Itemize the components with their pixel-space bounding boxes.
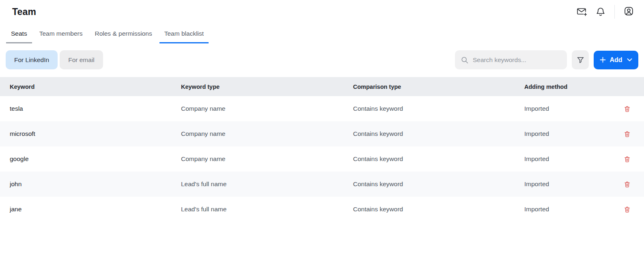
tab-roles-permissions[interactable]: Roles & permissions (90, 26, 157, 43)
cell-keyword: jane (10, 206, 181, 213)
col-keyword: Keyword (10, 84, 181, 90)
trash-icon (624, 206, 631, 213)
cell-comparison-type: Contains keyword (353, 155, 524, 163)
notifications-button[interactable] (596, 6, 605, 17)
cell-adding-method: Imported (524, 206, 615, 213)
cell-keyword: microsoft (10, 130, 181, 138)
topbar: Team (0, 0, 644, 21)
cell-adding-method: Imported (524, 180, 615, 188)
cell-keyword: tesla (10, 105, 181, 112)
account-button[interactable] (624, 6, 634, 17)
add-button[interactable]: Add (594, 51, 638, 69)
trash-icon (624, 156, 631, 163)
table-header: Keyword Keyword type Comparison type Add… (0, 77, 644, 96)
search-icon (461, 56, 469, 64)
col-adding-method: Adding method (524, 84, 615, 90)
table-row: john Lead's full name Contains keyword I… (0, 172, 644, 197)
cell-comparison-type: Contains keyword (353, 105, 524, 112)
tab-team-blacklist[interactable]: Team blacklist (159, 26, 209, 43)
cell-comparison-type: Contains keyword (353, 206, 524, 213)
table-row: tesla Company name Contains keyword Impo… (0, 96, 644, 121)
col-comparison-type: Comparison type (353, 84, 524, 90)
team-tabs: Seats Team members Roles & permissions T… (0, 26, 644, 43)
table-row: microsoft Company name Contains keyword … (0, 121, 644, 146)
cell-adding-method: Imported (524, 105, 615, 112)
blacklist-table: Keyword Keyword type Comparison type Add… (0, 77, 644, 222)
delete-button[interactable] (624, 131, 631, 138)
cell-comparison-type: Contains keyword (353, 130, 524, 138)
search-input[interactable] (473, 56, 561, 64)
table-row: google Company name Contains keyword Imp… (0, 146, 644, 172)
filter-for-linkedin[interactable]: For LinkedIn (6, 50, 58, 69)
tab-team-members[interactable]: Team members (34, 26, 88, 43)
cell-keyword-type: Company name (181, 105, 353, 112)
chevron-down-icon (627, 58, 632, 62)
cell-comparison-type: Contains keyword (353, 180, 524, 188)
topbar-actions (576, 5, 634, 19)
plus-icon (600, 57, 606, 63)
blacklist-toolbar: For LinkedIn For email (6, 50, 638, 69)
cell-keyword-type: Lead's full name (181, 206, 353, 213)
bell-icon (596, 6, 605, 17)
delete-button[interactable] (624, 156, 631, 163)
funnel-icon (576, 56, 585, 64)
tab-seats[interactable]: Seats (6, 26, 32, 43)
page-title: Team (12, 6, 36, 17)
cell-keyword-type: Company name (181, 155, 353, 163)
filter-button[interactable] (572, 50, 589, 69)
cell-keyword-type: Company name (181, 130, 353, 138)
trash-icon (624, 105, 631, 112)
toolbar-actions: Add (455, 50, 638, 69)
user-avatar-icon (624, 6, 634, 17)
table-row: jane Lead's full name Contains keyword I… (0, 197, 644, 222)
col-keyword-type: Keyword type (181, 84, 353, 90)
cell-keyword: john (10, 180, 181, 188)
filter-for-email[interactable]: For email (60, 50, 103, 69)
cell-keyword: google (10, 155, 181, 163)
cell-adding-method: Imported (524, 155, 615, 163)
delete-button[interactable] (624, 105, 631, 112)
blacklist-type-filters: For LinkedIn For email (6, 50, 103, 69)
search-box (455, 50, 567, 69)
add-button-label: Add (610, 56, 622, 64)
trash-icon (624, 181, 631, 188)
delete-button[interactable] (624, 181, 631, 188)
cell-adding-method: Imported (524, 130, 615, 138)
mail-plus-icon (576, 6, 587, 18)
delete-button[interactable] (624, 206, 631, 213)
invite-mail-button[interactable] (576, 6, 587, 18)
trash-icon (624, 131, 631, 138)
cell-keyword-type: Lead's full name (181, 180, 353, 188)
topbar-divider (614, 5, 615, 19)
